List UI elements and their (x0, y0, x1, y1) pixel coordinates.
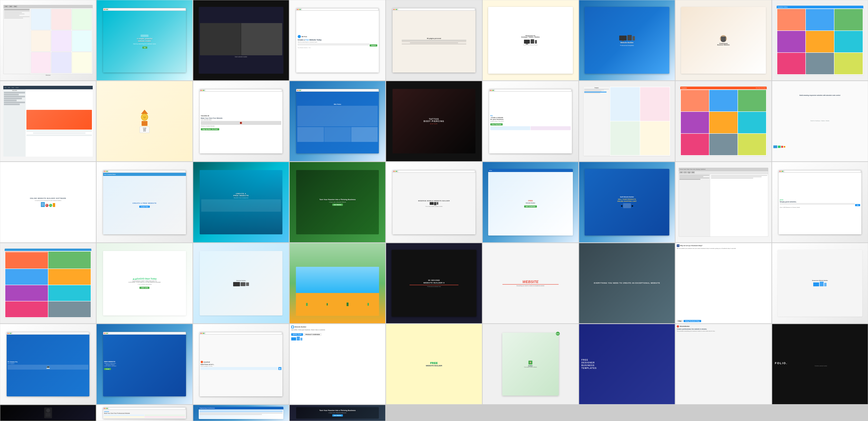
build-free-brand: website (104, 411, 109, 412)
grid-item-10[interactable]: File Edit View Insert YBUILDER (0, 81, 96, 161)
grid-item-48[interactable]: Engineering & Architecture (193, 405, 289, 421)
ows-title: ONLINE WEBSITE BUILDER SOFTWARE (30, 197, 66, 199)
grid-item-13[interactable]: Mix Fotos (289, 81, 385, 161)
ws8-sub: Professional websites fast (427, 286, 441, 287)
skip-btn[interactable]: Skip (677, 320, 683, 322)
gogvo-brand: ☁☁GoGVO Start Today (132, 278, 157, 280)
create-btn[interactable]: Create Now (139, 205, 150, 208)
grid-item-40[interactable]: Website Builder Get online. Grow your bu… (289, 324, 385, 404)
grid-item-49[interactable]: Turn Your Passion into a Thriving Busine… (289, 405, 385, 421)
exceptional-sub: Everything you need to create an excepti… (517, 285, 544, 286)
visit-site-btn[interactable]: VISIT SITE (140, 287, 149, 289)
grid-item-37[interactable]: PC Cleaner Pro 24/7 Support 💻 (0, 324, 96, 404)
wb-desc: Get online. Grow your business. Never mi… (291, 329, 326, 331)
grid-item-15[interactable]: iDiy Create a websitefor your business. … (483, 81, 579, 161)
responsive-title: Responsive forDesktops • Tablets • Mobil… (521, 35, 539, 38)
grid-item-45[interactable]: FOLIO. Portfolio website builder (772, 324, 868, 404)
grid-item-32[interactable]: 90 SECONDWEBSITE BUILDER 8 Professional … (386, 243, 482, 323)
grid-item-36[interactable]: Responsive Website Builder (772, 243, 868, 323)
grid-item-18[interactable]: Build amazing responsive websites with a… (772, 81, 868, 161)
responsive-label: Responsive Website Builder (812, 280, 828, 281)
pc-support: 24/7 Support (8, 363, 14, 364)
passion-dark-btn[interactable]: Get Started (332, 414, 343, 417)
grid-item-20[interactable]: Your Company Name CREATE A FREE WEBSITE … (96, 162, 192, 242)
grid-item-12[interactable]: VideoWeb Ⓡ Make Your Own Free Website Ca… (193, 81, 289, 161)
moonfruit-desc: Click a design. It's free. (201, 365, 213, 367)
grid-item-27[interactable]: jimdo Simply great websites. Go Over 1,0… (772, 162, 868, 242)
grid-item-22[interactable]: Turn Your Passion into a Thriving Busine… (289, 162, 385, 242)
category-label: Category (584, 87, 609, 88)
grid-item-14[interactable]: TATTOOBODY PIERCING ENTER (386, 81, 482, 161)
brand-name: IM Free (302, 36, 307, 37)
pc-cleaner-title: PC Cleaner Pro (8, 361, 18, 362)
call-num: Call 1-800-805-0920 (201, 119, 212, 120)
grid-item-46[interactable] (0, 405, 96, 421)
powered-by: Powered by Website Builder (523, 44, 538, 45)
grid-item-31[interactable] (289, 243, 385, 323)
product-overview-btn[interactable]: PRODUCT OVERVIEW (304, 333, 321, 336)
passion-dark-title: Turn Your Passion into a Thriving Busine… (319, 409, 356, 412)
grid-item-38[interactable]: NEW WEBSITE Website ConfigurationBusines… (96, 324, 192, 404)
grid-item-7[interactable]: Website Builder Professional templates (579, 0, 675, 80)
grid-item-26[interactable]: Format | Insert | Table | Tools | Links … (675, 162, 771, 242)
grid-item-6[interactable]: Responsive forDesktops • Tablets • Mobil… (483, 0, 579, 80)
grid-item-5[interactable]: Mi página personal (386, 0, 482, 80)
setup-shop-btn[interactable]: Setup Facebook Shop (684, 320, 701, 322)
grid-item-30[interactable]: Website Builder (193, 243, 289, 323)
enter-text: ENTER (430, 123, 438, 125)
jimdo-title: Simply great websites. (780, 201, 797, 203)
passion-title: Turn Your Passion into a Thriving Busine… (319, 199, 356, 201)
new-website-btn[interactable]: Create (104, 368, 111, 370)
code-subtitle: Build for Desktops • Tablets • Mobile (773, 120, 867, 121)
grid-item-44[interactable]: WebsiteBuilder Create a professional, fr… (675, 324, 771, 404)
grid-item-47[interactable]: website Build Your Own Free Professional… (96, 405, 192, 421)
grid-item-25[interactable]: Swift Website Builder SELL YOUR PRODUCTS… (579, 162, 675, 242)
grid-item-1[interactable]: File Edit View (0, 0, 96, 80)
grid-item-35[interactable]: f Why not set up a Facebook Shop? We can… (675, 243, 771, 323)
grid-item-3[interactable]: Dark website builder (193, 0, 289, 80)
cta-button[interactable]: Go (143, 46, 148, 48)
search-btn[interactable]: Search (370, 44, 377, 46)
grid-item-9[interactable]: Templates Gallery (772, 0, 868, 80)
get-started-btn[interactable]: GET STARTED (524, 205, 537, 207)
gogvo-desc: SURPRISINGLY SWIFT, FREE AND EASY TOCUST… (128, 281, 161, 283)
grid-item-29[interactable]: ☁☁GoGVO Start Today SURPRISINGLY SWIFT, … (96, 243, 192, 323)
toolbar-btn: Edit (9, 5, 13, 7)
grid-item-16[interactable]: Category (579, 81, 675, 161)
image-grid: File Edit View (0, 0, 868, 421)
passion-btn[interactable]: Get Started (332, 204, 343, 206)
grid-item-24[interactable]: uCoz Free Website Builder GET STARTED (483, 162, 579, 242)
jimdo-search[interactable]: Go (855, 204, 860, 206)
grid-item-4[interactable]: IM Free Create a Free Website Today Star… (289, 0, 385, 80)
ucoz-sub: Website Builder (526, 202, 535, 204)
signup-btn[interactable]: Sign Up Now - It's Free! (201, 128, 219, 130)
grid-item-17[interactable]: Templates Filter Mode | Box Mode (675, 81, 771, 161)
grid-item-43[interactable]: FREEDesignerBusinessTEMPLATES (579, 324, 675, 404)
grid-item-23[interactable]: MOBIRISE MOBILE WEBSITE BUILDER Free eas… (386, 162, 482, 242)
grid-item-42[interactable]: free 🏠 builder Free website builder soft… (483, 324, 579, 404)
grid-item-39[interactable]: moonfruit Hello Prince de la V... Click … (193, 324, 289, 404)
grid-item-8[interactable]: ProfessionalBusiness Websites (675, 0, 771, 80)
passion-sub: It Starts with a Beautiful Website (329, 201, 346, 203)
quick-tour-btn[interactable]: QUICK TOUR (291, 333, 303, 336)
devices-title: Website Builder (620, 42, 634, 44)
grid-item-34[interactable]: EVERYTHING YOU NEED TO CREATE AN EXCEPTI… (579, 243, 675, 323)
grid-item-41[interactable]: FREE WEBSITE BUILDER (386, 324, 482, 404)
moonfruit-brand: moonfruit (204, 361, 210, 363)
create-pro-desc: This provides everything your business n… (677, 330, 715, 332)
grid-item-21[interactable]: CREATE AFREE WEBSITE Beautiful ocean bac… (193, 162, 289, 242)
grid-item-28[interactable] (0, 243, 96, 323)
free-trial-btn[interactable]: Free Trial Now (490, 123, 503, 126)
grid-item-33[interactable]: WEBSITE Everything you need to create an… (483, 243, 579, 323)
gogvo-code: ✓ NO CODING REQUIRED (137, 284, 152, 285)
grid-item-2[interactable]: A simple, powerfulwebsite creator Start … (96, 0, 192, 80)
teal-sub: Beautiful ocean background (234, 197, 248, 198)
grid-item-19[interactable]: ONLINE WEBSITE BUILDER SOFTWARE Comparin… (0, 162, 96, 242)
mobirise-sub: Free easy mobile website builder (425, 206, 443, 207)
videoweb-title: VideoWeb Ⓡ (201, 115, 209, 117)
create-pro-brand: WebsiteBuilder (680, 326, 690, 327)
grid-item-11[interactable]: 😊 YOURWEBSITE (96, 81, 192, 161)
ws8-title: 90 SECONDWEBSITE BUILDER 8 (424, 279, 444, 284)
folio-title: FOLIO. (773, 362, 867, 365)
builder-sub: Free website builder software (524, 366, 537, 368)
